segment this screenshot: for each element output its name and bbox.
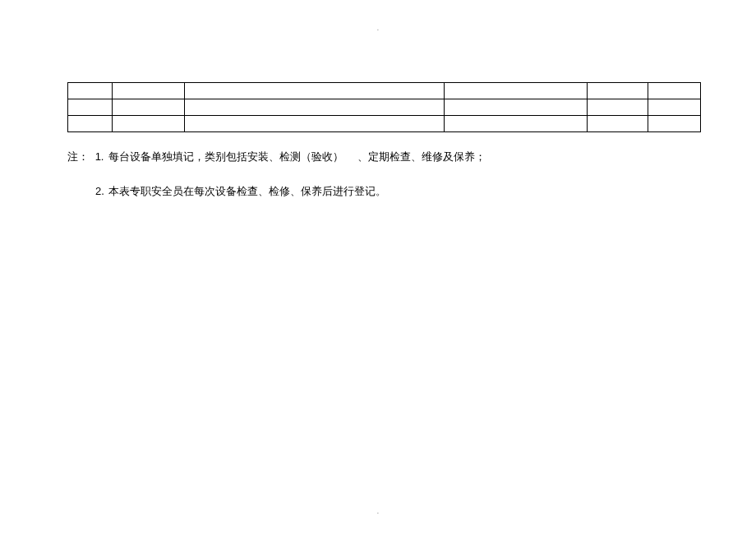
table-cell <box>445 116 588 132</box>
note-number: 1. <box>95 149 104 165</box>
table-cell <box>68 83 113 99</box>
table-cell <box>445 99 588 116</box>
page-marker-top: . <box>377 23 380 32</box>
table-cell <box>68 99 113 116</box>
note-item-1: 注： 1. 每台设备单独填记，类别包括安装、检测（验收） 、定期检查、维修及保养… <box>67 149 700 165</box>
table-row <box>68 99 701 116</box>
table-cell <box>185 99 445 116</box>
note-prefix: 注： <box>67 149 89 165</box>
table-row <box>68 116 701 132</box>
table-cell <box>113 116 185 132</box>
table-cell <box>113 83 185 99</box>
note-text: 、定期检查、维修及保养； <box>357 150 486 163</box>
table-cell <box>588 116 648 132</box>
note-number: 2. <box>95 183 104 200</box>
table-cell <box>588 99 648 116</box>
equipment-table <box>67 82 701 132</box>
document-content: 注： 1. 每台设备单独填记，类别包括安装、检测（验收） 、定期检查、维修及保养… <box>67 82 700 217</box>
table-cell <box>68 116 113 132</box>
notes-section: 注： 1. 每台设备单独填记，类别包括安装、检测（验收） 、定期检查、维修及保养… <box>67 149 700 199</box>
table-cell <box>648 83 701 99</box>
table-cell <box>648 99 701 116</box>
table-row <box>68 83 701 99</box>
table-cell <box>445 83 588 99</box>
table-cell <box>588 83 648 99</box>
table-cell <box>185 116 445 132</box>
note-item-2: 2. 本表专职安全员在每次设备检查、检修、保养后进行登记。 <box>92 183 700 200</box>
table-cell <box>185 83 445 99</box>
table-cell <box>648 116 701 132</box>
table-cell <box>113 99 185 116</box>
page-marker-bottom: . <box>377 506 380 515</box>
note-text: 每台设备单独填记，类别包括安装、检测（验收） <box>108 150 343 163</box>
note-text: 本表专职安全员在每次设备检查、检修、保养后进行登记。 <box>108 185 386 197</box>
